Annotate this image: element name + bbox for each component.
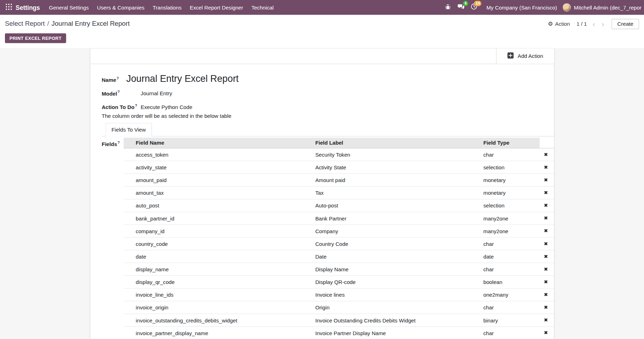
- cell-field-type[interactable]: char: [483, 263, 539, 276]
- model-field-value[interactable]: Journal Entry: [141, 90, 172, 96]
- column-header-field-name[interactable]: Field Name: [123, 138, 315, 149]
- table-row[interactable]: auto_post Auto-post selection ✖: [123, 199, 554, 212]
- cell-field-type[interactable]: date: [483, 250, 539, 263]
- row-delete-button[interactable]: ✖: [542, 266, 550, 273]
- cell-field-name[interactable]: display_name: [123, 263, 315, 276]
- cell-field-label[interactable]: Date: [315, 250, 483, 263]
- row-delete-button[interactable]: ✖: [542, 291, 550, 298]
- table-row[interactable]: invoice_partner_display_name Invoice Par…: [123, 327, 554, 339]
- table-row[interactable]: activity_state Activity State selection …: [123, 161, 554, 174]
- table-row[interactable]: date Date date ✖: [123, 250, 554, 263]
- nav-menu-item[interactable]: Users & Companies: [93, 0, 148, 15]
- cell-field-label[interactable]: Tax: [315, 187, 483, 199]
- cell-field-name[interactable]: date: [123, 250, 315, 263]
- row-delete-button[interactable]: ✖: [542, 164, 550, 171]
- table-row[interactable]: amount_paid Amount paid monetary ✖: [123, 174, 554, 187]
- cell-field-name[interactable]: activity_state: [123, 161, 315, 174]
- cell-field-name[interactable]: invoice_outstanding_credits_debits_widge…: [123, 314, 315, 327]
- cell-field-label[interactable]: Display Name: [315, 263, 483, 276]
- cell-field-type[interactable]: selection: [483, 161, 539, 174]
- action-menu-button[interactable]: ⚙ Action: [548, 21, 570, 27]
- cell-field-name[interactable]: invoice_partner_display_name: [123, 327, 315, 339]
- table-row[interactable]: access_token Security Token char ✖: [123, 148, 554, 161]
- nav-menu-item[interactable]: Excel Report Designer: [186, 0, 247, 15]
- messages-menu-button[interactable]: 6: [454, 0, 467, 15]
- cell-field-type[interactable]: many2one: [483, 225, 539, 237]
- table-row[interactable]: display_name Display Name char ✖: [123, 263, 554, 276]
- cell-field-type[interactable]: one2many: [483, 289, 539, 301]
- cell-field-label[interactable]: Company: [315, 225, 483, 237]
- column-header-field-type[interactable]: Field Type: [483, 138, 539, 149]
- cell-field-name[interactable]: invoice_line_ids: [123, 289, 315, 301]
- column-header-field-label[interactable]: Field Label: [315, 138, 483, 149]
- table-row[interactable]: country_code Country Code char ✖: [123, 237, 554, 250]
- name-field-value[interactable]: Journal Entry Excel Report: [126, 73, 239, 84]
- nav-menu-item[interactable]: Technical: [247, 0, 277, 15]
- cell-field-label[interactable]: Display QR-code: [315, 276, 483, 289]
- cell-field-label[interactable]: Origin: [315, 301, 483, 314]
- row-delete-button[interactable]: ✖: [542, 316, 550, 324]
- row-delete-button[interactable]: ✖: [542, 189, 550, 196]
- cell-field-type[interactable]: many2one: [483, 212, 539, 225]
- tab-fields-to-view[interactable]: Fields To View: [105, 123, 152, 137]
- pager-next-button[interactable]: ›: [601, 20, 605, 28]
- table-row[interactable]: display_qr_code Display QR-code boolean …: [123, 276, 554, 289]
- cell-field-label[interactable]: Security Token: [315, 148, 483, 161]
- cell-field-name[interactable]: company_id: [123, 225, 315, 237]
- debug-mode-button[interactable]: [441, 0, 454, 15]
- activities-menu-button[interactable]: 14: [467, 0, 480, 15]
- cell-field-name[interactable]: amount_paid: [123, 174, 315, 187]
- cell-field-label[interactable]: Country Code: [315, 237, 483, 250]
- print-excel-report-button[interactable]: PRINT EXCEL REPORT: [5, 33, 66, 43]
- company-switcher[interactable]: My Company (San Francisco): [481, 0, 563, 15]
- cell-field-type[interactable]: binary: [483, 314, 539, 327]
- cell-field-type[interactable]: boolean: [483, 276, 539, 289]
- create-button[interactable]: Create: [612, 19, 639, 29]
- cell-field-name[interactable]: country_code: [123, 237, 315, 250]
- cell-field-type[interactable]: selection: [483, 199, 539, 212]
- row-delete-button[interactable]: ✖: [542, 202, 550, 209]
- row-delete-button[interactable]: ✖: [542, 151, 550, 158]
- nav-menu-item[interactable]: General Settings: [45, 0, 93, 15]
- row-delete-button[interactable]: ✖: [542, 278, 550, 286]
- cell-field-label[interactable]: Amount paid: [315, 174, 483, 187]
- user-menu[interactable]: Mitchell Admin (dec_7_repor: [563, 0, 642, 15]
- table-row[interactable]: company_id Company many2one ✖: [123, 225, 554, 237]
- apps-menu-button[interactable]: [2, 0, 15, 15]
- cell-field-label[interactable]: Invoice Outstanding Credits Debits Widge…: [315, 314, 483, 327]
- cell-field-type[interactable]: char: [483, 148, 539, 161]
- row-delete-button[interactable]: ✖: [542, 253, 550, 260]
- action-to-do-field-value[interactable]: Execute Python Code: [141, 104, 192, 110]
- cell-field-label[interactable]: Auto-post: [315, 199, 483, 212]
- row-delete-button[interactable]: ✖: [542, 304, 550, 311]
- cell-field-name[interactable]: auto_post: [123, 199, 315, 212]
- cell-field-label[interactable]: Activity State: [315, 161, 483, 174]
- breadcrumb-parent-link[interactable]: Select Report: [5, 20, 45, 28]
- row-delete-button[interactable]: ✖: [542, 215, 550, 222]
- pager-previous-button[interactable]: ‹: [592, 20, 596, 28]
- cell-field-type[interactable]: char: [483, 327, 539, 339]
- cell-field-name[interactable]: bank_partner_id: [123, 212, 315, 225]
- table-row[interactable]: invoice_origin Origin char ✖: [123, 301, 554, 314]
- cell-field-name[interactable]: access_token: [123, 148, 315, 161]
- cell-field-type[interactable]: char: [483, 237, 539, 250]
- table-row[interactable]: bank_partner_id Bank Partner many2one ✖: [123, 212, 554, 225]
- current-app-name[interactable]: Settings: [15, 0, 45, 15]
- add-action-button[interactable]: Add Action: [496, 48, 554, 63]
- row-delete-button[interactable]: ✖: [542, 329, 550, 337]
- row-delete-button[interactable]: ✖: [542, 228, 550, 235]
- row-delete-button[interactable]: ✖: [542, 240, 550, 248]
- cell-field-name[interactable]: display_qr_code: [123, 276, 315, 289]
- cell-field-type[interactable]: char: [483, 301, 539, 314]
- cell-field-name[interactable]: amount_tax: [123, 187, 315, 199]
- cell-field-type[interactable]: monetary: [483, 187, 539, 199]
- cell-field-name[interactable]: invoice_origin: [123, 301, 315, 314]
- cell-field-label[interactable]: Bank Partner: [315, 212, 483, 225]
- table-row[interactable]: invoice_line_ids Invoice lines one2many …: [123, 289, 554, 301]
- cell-field-label[interactable]: Invoice Partner Display Name: [315, 327, 483, 339]
- table-row[interactable]: amount_tax Tax monetary ✖: [123, 187, 554, 199]
- cell-field-label[interactable]: Invoice lines: [315, 289, 483, 301]
- nav-menu-item[interactable]: Translations: [148, 0, 185, 15]
- cell-field-type[interactable]: monetary: [483, 174, 539, 187]
- table-row[interactable]: invoice_outstanding_credits_debits_widge…: [123, 314, 554, 327]
